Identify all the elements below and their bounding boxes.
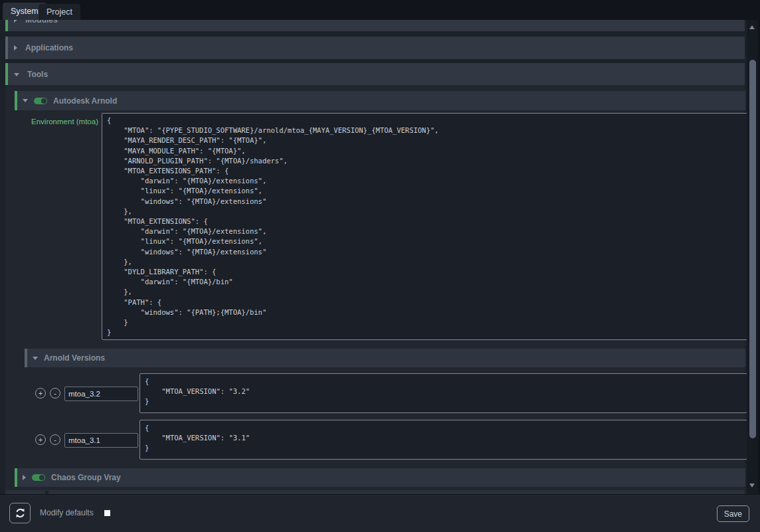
modify-defaults-checkbox[interactable] xyxy=(104,510,110,516)
version-json-editor[interactable]: { "MTOA_VERSION": "3.1" } xyxy=(140,420,747,460)
tab-project[interactable]: Project xyxy=(39,4,80,20)
add-version-button[interactable]: + xyxy=(35,434,46,445)
remove-version-button[interactable]: - xyxy=(50,434,60,445)
refresh-icon xyxy=(15,507,26,519)
version-name-input[interactable] xyxy=(64,387,138,401)
section-title: Applications xyxy=(25,43,73,52)
version-json-editor[interactable]: { "MTOA_VERSION": "3.2" } xyxy=(140,373,747,413)
remove-version-button[interactable]: - xyxy=(50,388,60,399)
chevron-right-icon xyxy=(23,475,26,480)
section-title: Autodesk Arnold xyxy=(53,96,117,106)
chevron-down-icon xyxy=(23,99,28,102)
chevron-down-icon xyxy=(33,357,38,360)
vray-enabled-toggle[interactable] xyxy=(32,474,45,481)
add-version-button[interactable]: + xyxy=(35,388,46,399)
chevron-right-icon xyxy=(14,20,17,23)
section-header-autodesk-arnold[interactable]: Autodesk Arnold xyxy=(15,91,745,110)
scroll-down-arrow-icon[interactable] xyxy=(749,484,755,488)
settings-scroll-area: Modules Applications Tools Autodesk Arno… xyxy=(0,20,747,494)
footer-bar: Modify defaults Save xyxy=(0,494,760,532)
section-header-tools[interactable]: Tools xyxy=(5,63,745,86)
tab-bar: System Project xyxy=(0,0,760,20)
section-header-arnold-versions[interactable]: Arnold Versions xyxy=(25,349,745,367)
section-header-modules[interactable]: Modules xyxy=(5,20,745,31)
section-header-applications[interactable]: Applications xyxy=(5,37,745,59)
arnold-enabled-toggle[interactable] xyxy=(34,98,47,104)
chevron-right-icon xyxy=(14,45,17,50)
section-title: Chaos Group Vray xyxy=(51,473,121,482)
modify-defaults-label: Modify defaults xyxy=(40,508,94,517)
version-name-input[interactable] xyxy=(64,433,138,448)
section-header-chaos-group-vray[interactable]: Chaos Group Vray xyxy=(15,468,745,487)
settings-window: System Project Modules Applications Tool… xyxy=(0,0,760,532)
section-title: Tools xyxy=(27,70,48,79)
chevron-down-icon xyxy=(14,73,19,76)
scrollbar-thumb[interactable] xyxy=(749,60,756,438)
refresh-button[interactable] xyxy=(9,503,31,523)
environment-json-editor[interactable]: { "MTOA": "{PYPE_STUDIO_SOFTWARE}/arnold… xyxy=(102,113,747,340)
environment-mtoa-label: Environment (mtoa) xyxy=(19,118,98,126)
save-button[interactable]: Save xyxy=(717,505,749,522)
section-title: Modules xyxy=(25,20,58,25)
vertical-scrollbar[interactable] xyxy=(747,20,758,494)
scroll-up-arrow-icon[interactable] xyxy=(749,25,755,29)
section-title: Arnold Versions xyxy=(44,353,105,363)
